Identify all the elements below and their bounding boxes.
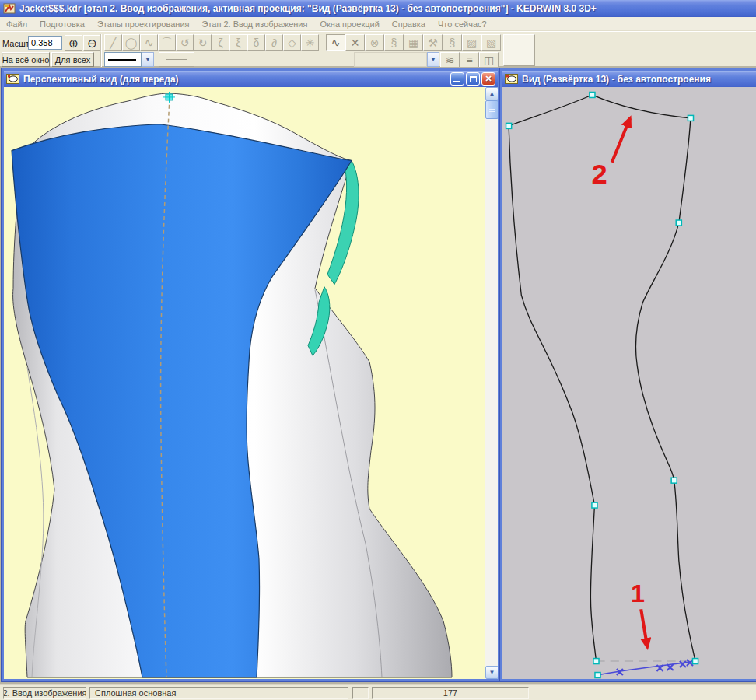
projection-doc-icon xyxy=(6,73,19,85)
menu-bar: ФайлПодготовкаЭтапы проектированияЭтап 2… xyxy=(0,17,756,31)
zoom-in-button[interactable]: ⊕ xyxy=(65,35,82,51)
annotation-arrow-1 xyxy=(641,609,647,647)
menu-item[interactable]: Подготовка xyxy=(33,18,91,30)
pattern-window-title: Вид (Развёртка 13) - без автопостроения xyxy=(522,74,711,85)
pattern-drawing: 2 1 xyxy=(502,87,756,679)
line-style-combo[interactable]: ▼ xyxy=(104,52,154,67)
delete-cross-icon[interactable]: ✕ xyxy=(345,34,365,51)
close-icon: ✕ xyxy=(485,74,492,84)
check-curve-icon[interactable]: ∿ xyxy=(326,34,345,51)
zoom-out-button[interactable]: ⊖ xyxy=(83,35,101,51)
mesh-icon[interactable]: ▦ xyxy=(404,34,423,51)
fit-to-window-button[interactable]: На всё окно xyxy=(2,52,50,67)
annotation-label-1: 1 xyxy=(631,579,645,607)
fit-to-window-label: На всё окно xyxy=(2,55,50,65)
minimize-button[interactable] xyxy=(450,72,464,86)
app-icon xyxy=(3,2,16,15)
control-point xyxy=(506,123,512,128)
draw-line-icon[interactable]: ╱ xyxy=(104,34,122,51)
pattern-window: Вид (Развёртка 13) - без автопостроения xyxy=(500,68,756,681)
hatch-box-icon[interactable]: ▨ xyxy=(462,34,481,51)
perspective-window-title: Перспективный вид (для переда) xyxy=(23,74,179,85)
pattern-2d-viewport[interactable]: 2 1 xyxy=(502,87,756,679)
chevron-down-icon[interactable]: ▼ xyxy=(142,52,154,67)
draw-spline-points-icon[interactable]: ξ xyxy=(229,34,247,51)
solid-line-sample xyxy=(108,59,136,61)
scroll-down-icon: ▼ xyxy=(489,669,495,676)
secondary-combo[interactable]: ▼ xyxy=(354,52,439,67)
draw-tools-group: ╱◯∿⌒↺↻ζξδ∂◇✳ xyxy=(104,34,319,51)
scrollbar-thumb[interactable] xyxy=(485,100,498,119)
circle-cross-icon[interactable]: ⊗ xyxy=(365,34,384,51)
numbered-list-icon[interactable]: ≡ xyxy=(460,52,479,68)
status-empty-panel xyxy=(352,687,369,699)
menu-item[interactable]: Окна проекций xyxy=(313,18,385,30)
draw-spline-icon[interactable]: ζ xyxy=(212,34,229,51)
menu-item[interactable]: Этапы проектирования xyxy=(91,18,196,30)
edit-tools-group: ∿✕⊗§▦⚒§▨▧ xyxy=(326,34,501,51)
scroll-up-button[interactable]: ▲ xyxy=(485,87,498,100)
control-point xyxy=(590,92,595,97)
hammer-icon[interactable]: ⚒ xyxy=(423,34,443,51)
vertical-scrollbar[interactable]: ▲ ▼ xyxy=(485,87,498,679)
perspective-3d-viewport[interactable] xyxy=(4,87,485,679)
for-all-button[interactable]: Для всех xyxy=(51,52,94,67)
toolbar: Масшт ⊕ ⊖ На всё окно Для всех ╱◯∿⌒↺↻ζξδ… xyxy=(0,31,756,67)
scroll-up-icon: ▲ xyxy=(489,90,495,97)
control-point xyxy=(595,673,600,678)
control-point xyxy=(693,659,698,664)
control-point xyxy=(671,478,677,483)
scale-label: Масшт xyxy=(2,39,30,48)
draw-double-curve-icon[interactable]: ∂ xyxy=(265,34,283,51)
draw-rhombus-icon[interactable]: ◇ xyxy=(283,34,301,51)
secondary-combo-field xyxy=(354,52,427,67)
mannequin-3d-render xyxy=(4,87,485,679)
status-count: 177 xyxy=(372,687,529,699)
minimize-icon xyxy=(453,81,460,82)
row2-tools-group: ≋≡◫ xyxy=(440,52,499,68)
toolbar-blank-panel xyxy=(503,34,535,66)
control-point xyxy=(593,659,599,664)
mdi-area: Перспективный вид (для переда) ✕ xyxy=(0,67,756,684)
draw-curve-icon[interactable]: ∿ xyxy=(140,34,158,51)
thin-line-sample xyxy=(166,59,187,60)
chevron-down-icon[interactable]: ▼ xyxy=(427,52,439,67)
control-point xyxy=(676,220,681,226)
app-title-bar[interactable]: Jacket$$$.kdr [этап 2. Ввод изображения,… xyxy=(0,0,756,17)
app-title: Jacket$$$.kdr [этап 2. Ввод изображения,… xyxy=(19,3,597,14)
zoom-in-icon: ⊕ xyxy=(68,37,79,49)
application-window: Jacket$$$.kdr [этап 2. Ввод изображения,… xyxy=(0,0,756,700)
toolbar-separator xyxy=(100,34,102,67)
for-all-label: Для всех xyxy=(55,55,90,65)
draw-loop-ccw-icon[interactable]: ↺ xyxy=(176,34,194,51)
draw-loop-cw-icon[interactable]: ↻ xyxy=(194,34,212,51)
line-preview-button[interactable] xyxy=(159,52,194,67)
pages-icon[interactable]: ◫ xyxy=(479,52,499,68)
close-button[interactable]: ✕ xyxy=(481,72,495,86)
draw-ellipse-icon[interactable]: ◯ xyxy=(122,34,140,51)
status-line-type: Сплошная основная xyxy=(89,687,348,699)
curve-strike-icon[interactable]: ≋ xyxy=(440,52,460,68)
control-point xyxy=(592,502,597,508)
menu-item[interactable]: Справка xyxy=(386,18,432,30)
menu-item[interactable]: Что сейчас? xyxy=(432,18,493,30)
scale-input[interactable] xyxy=(28,36,62,50)
knot-1-icon[interactable]: § xyxy=(384,34,404,51)
perspective-title-bar[interactable]: Перспективный вид (для переда) ✕ xyxy=(4,71,498,87)
draw-star-icon[interactable]: ✳ xyxy=(301,34,319,51)
draw-curve-edit-icon[interactable]: δ xyxy=(247,34,265,51)
scroll-down-button[interactable]: ▼ xyxy=(485,666,498,679)
status-stage: 2. Ввод изображения xyxy=(3,687,86,699)
hatch-tool-icon[interactable]: ▧ xyxy=(481,34,501,51)
projection-doc-icon xyxy=(505,73,518,85)
menu-item[interactable]: Этап 2. Ввод изображения xyxy=(196,18,314,30)
knot-2-icon[interactable]: § xyxy=(443,34,462,51)
control-point xyxy=(688,115,693,121)
perspective-window: Перспективный вид (для переда) ✕ xyxy=(2,68,500,681)
line-style-field xyxy=(104,52,142,67)
pattern-title-bar[interactable]: Вид (Развёртка 13) - без автопостроения xyxy=(502,71,756,87)
maximize-icon xyxy=(470,76,477,82)
maximize-button[interactable] xyxy=(466,72,480,86)
draw-arc-icon[interactable]: ⌒ xyxy=(158,34,176,51)
menu-item[interactable]: Файл xyxy=(0,18,33,30)
